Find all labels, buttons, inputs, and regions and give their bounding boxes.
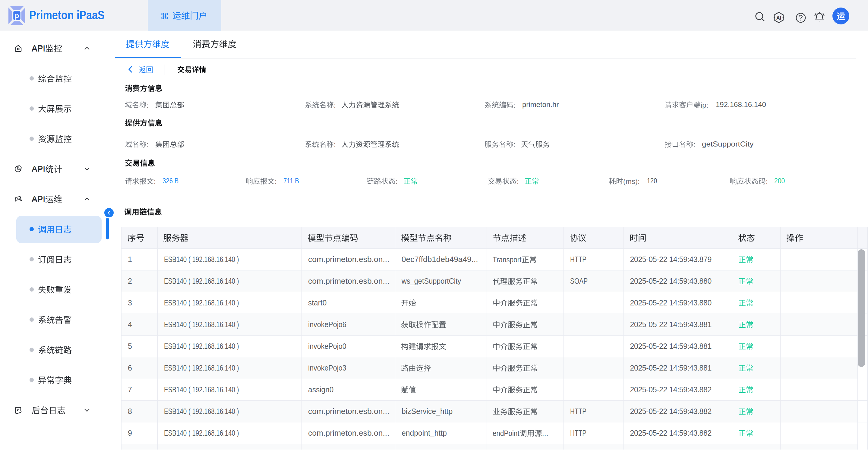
svg-text:AI: AI [776, 15, 781, 21]
svg-text:p: p [15, 12, 19, 20]
